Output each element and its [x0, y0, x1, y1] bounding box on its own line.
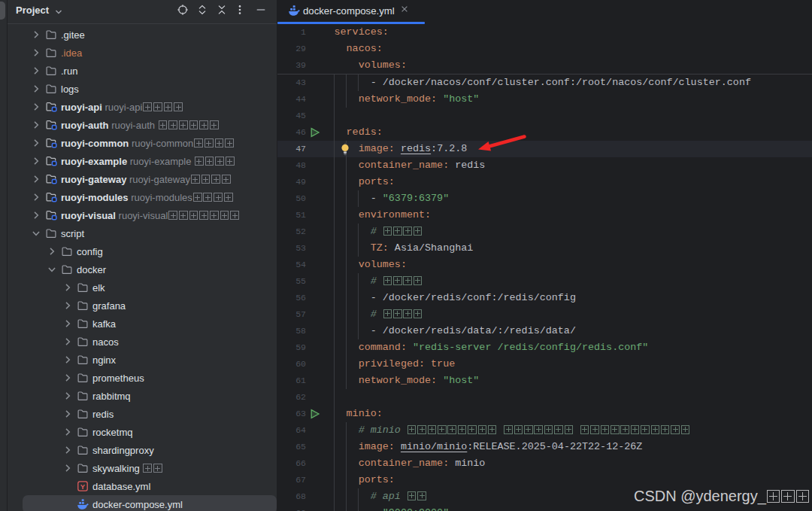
svg-text:Y: Y — [80, 482, 86, 491]
